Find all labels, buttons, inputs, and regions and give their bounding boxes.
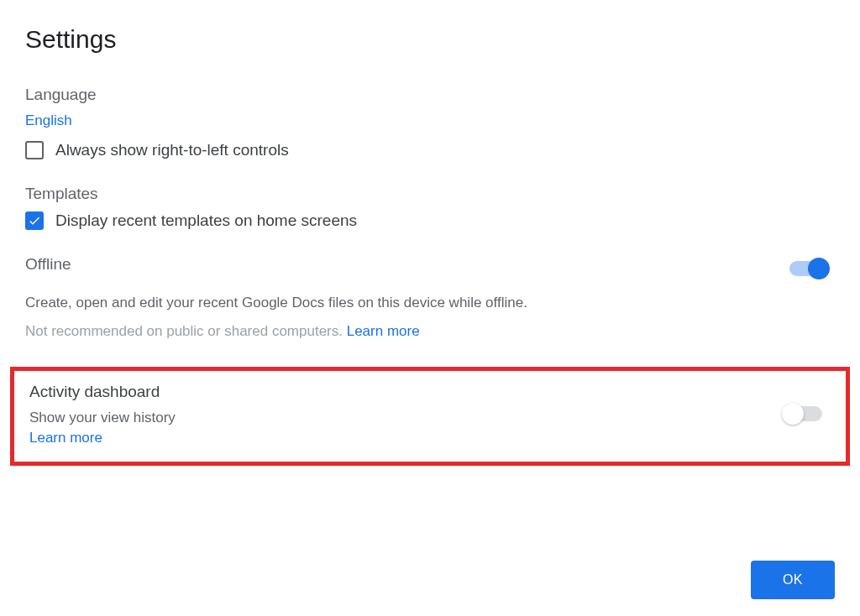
templates-checkbox-label: Display recent templates on home screens bbox=[55, 211, 357, 230]
check-icon bbox=[28, 214, 41, 227]
offline-section: Offline Create, open and edit your recen… bbox=[25, 255, 835, 342]
offline-warning: Not recommended on public or shared comp… bbox=[25, 321, 835, 342]
ok-button[interactable]: OK bbox=[751, 561, 835, 599]
activity-description: Show your view history bbox=[29, 410, 176, 426]
rtl-checkbox-row: Always show right-to-left controls bbox=[25, 141, 835, 159]
offline-toggle[interactable] bbox=[789, 261, 826, 276]
language-current-link[interactable]: English bbox=[25, 112, 72, 129]
templates-checkbox-row: Display recent templates on home screens bbox=[25, 211, 835, 230]
templates-section: Templates Display recent templates on ho… bbox=[25, 185, 835, 230]
rtl-checkbox-label: Always show right-to-left controls bbox=[55, 141, 289, 159]
page-title: Settings bbox=[25, 25, 835, 54]
offline-warning-text: Not recommended on public or shared comp… bbox=[25, 323, 347, 339]
activity-toggle[interactable] bbox=[785, 406, 822, 421]
templates-heading: Templates bbox=[25, 185, 835, 203]
activity-learn-more-link[interactable]: Learn more bbox=[29, 430, 102, 446]
activity-heading: Activity dashboard bbox=[29, 383, 176, 401]
toggle-knob-icon bbox=[782, 403, 804, 425]
toggle-knob-icon bbox=[808, 258, 830, 279]
activity-highlight-box: Activity dashboard Show your view histor… bbox=[10, 367, 850, 466]
language-section: Language English Always show right-to-le… bbox=[25, 86, 835, 159]
offline-heading: Offline bbox=[25, 255, 71, 274]
templates-checkbox[interactable] bbox=[25, 211, 44, 230]
offline-learn-more-link[interactable]: Learn more bbox=[347, 323, 420, 339]
language-heading: Language bbox=[25, 86, 835, 104]
offline-description: Create, open and edit your recent Google… bbox=[25, 292, 835, 314]
rtl-checkbox[interactable] bbox=[25, 141, 44, 159]
